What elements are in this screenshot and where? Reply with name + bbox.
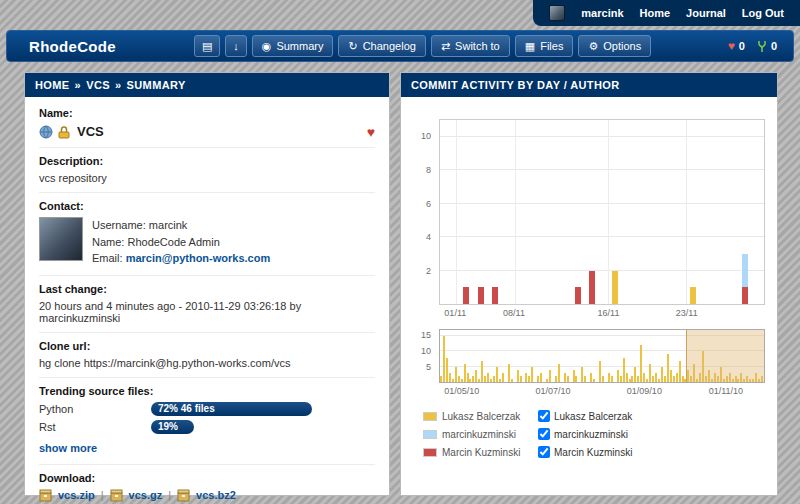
overview-chart-plot[interactable] <box>439 329 765 383</box>
changelog-icon: ↻ <box>348 41 357 52</box>
commit-activity-body: 246810 01/1108/1116/1123/11 51015 01/05/… <box>401 97 777 461</box>
last-change-text: 20 hours and 4 minutes ago - 2010-11-29 … <box>39 300 375 324</box>
user-avatar[interactable] <box>549 5 565 21</box>
archive-icon <box>110 489 123 502</box>
trend-name: Python <box>39 403 151 415</box>
legend-label: marcinkuzminski <box>442 429 538 440</box>
trending-label: Trending source files: <box>39 385 375 397</box>
repo-page-button[interactable]: ▤ <box>194 35 220 57</box>
main-chart-ylabels: 246810 <box>411 119 435 305</box>
files-button[interactable]: ▦ Files <box>515 35 574 57</box>
switch-icon: ⇄ <box>441 41 450 52</box>
switch-to-button[interactable]: ⇄ Switch to <box>431 35 510 57</box>
brand-logo[interactable]: RhodeCode <box>29 38 116 55</box>
commit-activity-panel: COMMIT ACTIVITY BY DAY / AUTHOR 246810 0… <box>400 72 778 496</box>
unlock-icon <box>58 125 70 139</box>
files-icon: ▦ <box>525 41 535 52</box>
separator: | <box>101 489 104 501</box>
journal-link[interactable]: Journal <box>686 7 726 19</box>
download-bz2-link[interactable]: vcs.bz2 <box>196 489 236 501</box>
trend-bar-rst: 19% <box>151 420 194 434</box>
fork-icon <box>757 40 767 53</box>
overview-chart-xlabels: 01/05/1001/07/1001/09/1001/11/10 <box>439 383 765 397</box>
contact-name: Name: RhodeCode Admin <box>92 234 270 251</box>
breadcrumb-repo[interactable]: VCS <box>86 79 110 91</box>
contact-username: Username: marcink <box>92 217 270 234</box>
legend-swatch <box>423 412 437 421</box>
description-text: vcs repository <box>39 172 375 184</box>
files-label: Files <box>540 40 563 52</box>
legend-label: Marcin Kuzminski <box>442 447 538 458</box>
logout-link[interactable]: Log Out <box>742 7 784 19</box>
breadcrumb-section: SUMMARY <box>127 79 186 91</box>
separator: | <box>168 489 171 501</box>
breadcrumb-separator: » <box>115 79 122 91</box>
legend-checkbox[interactable] <box>538 446 550 458</box>
options-icon: ⚙ <box>588 41 598 52</box>
main-chart-plot[interactable] <box>439 119 765 305</box>
forks-counter[interactable]: 0 <box>757 40 777 53</box>
overview-chart: 51015 01/05/1001/07/1001/09/1001/11/10 <box>439 329 765 397</box>
username-link[interactable]: marcink <box>581 7 623 19</box>
home-link[interactable]: Home <box>640 7 671 19</box>
main-chart-xlabels: 01/1108/1116/1123/11 <box>439 305 765 319</box>
legend-swatch <box>423 430 437 439</box>
download-label: Download: <box>39 472 375 484</box>
switch-to-label: Switch to <box>455 40 500 52</box>
repo-counters: ♥ 0 0 <box>728 40 777 53</box>
forks-count: 0 <box>771 40 777 52</box>
contact-section: Contact: Username: marcink Name: RhodeCo… <box>39 193 375 276</box>
changelog-button[interactable]: ↻ Changelog <box>338 35 425 57</box>
description-label: Description: <box>39 155 375 167</box>
clone-url-section: Clone url: hg clone https://marcink@hg.p… <box>39 333 375 378</box>
chart-legend: Lukasz Balcerzak Lukasz Balcerzak marcin… <box>423 407 767 461</box>
followers-counter[interactable]: ♥ 0 <box>728 40 745 52</box>
legend-checkbox[interactable] <box>538 428 550 440</box>
archive-icon <box>39 489 52 502</box>
download-gz-link[interactable]: vcs.gz <box>129 489 163 501</box>
commit-activity-title: COMMIT ACTIVITY BY DAY / AUTHOR <box>401 73 777 97</box>
trend-row-rst: Rst 19% <box>39 420 375 434</box>
legend-row: marcinkuzminski marcinkuzminski <box>423 425 767 443</box>
trending-section: Trending source files: Python 72% 46 fil… <box>39 378 375 465</box>
archive-icon <box>177 489 190 502</box>
user-menu-bar: marcink Home Journal Log Out <box>533 0 800 26</box>
trend-name: Rst <box>39 421 151 433</box>
options-button[interactable]: ⚙ Options <box>578 35 651 57</box>
summary-icon: ◉ <box>262 41 272 52</box>
trend-row-python: Python 72% 46 files <box>39 402 375 416</box>
repo-type-icon <box>39 125 53 139</box>
clone-url-text: hg clone https://marcink@hg.python-works… <box>39 357 375 369</box>
description-section: Description: vcs repository <box>39 148 375 193</box>
follow-heart-icon[interactable]: ♥ <box>367 125 375 139</box>
summary-body: Name: VCS ♥ Description: vcs repository … <box>25 97 389 504</box>
heart-icon: ♥ <box>728 40 735 52</box>
last-change-label: Last change: <box>39 283 375 295</box>
show-more-link[interactable]: show more <box>39 442 97 454</box>
legend-checkbox-label: Lukasz Balcerzak <box>554 411 632 422</box>
breadcrumb-home[interactable]: HOME <box>35 79 70 91</box>
download-zip-link[interactable]: vcs.zip <box>58 489 95 501</box>
breadcrumb: HOME » VCS » SUMMARY <box>25 73 389 97</box>
commit-activity-title-text: COMMIT ACTIVITY BY DAY / AUTHOR <box>411 79 620 91</box>
trend-bar-python: 72% 46 files <box>151 402 312 416</box>
overview-chart-ylabels: 51015 <box>411 329 435 383</box>
contact-email-label: Email: <box>92 252 123 264</box>
legend-checkbox[interactable] <box>538 410 550 422</box>
legend-row: Lukasz Balcerzak Lukasz Balcerzak <box>423 407 767 425</box>
download-button[interactable]: ↓ <box>225 35 247 57</box>
legend-row: Marcin Kuzminski Marcin Kuzminski <box>423 443 767 461</box>
summary-button[interactable]: ◉ Summary <box>252 35 334 57</box>
contact-email-link[interactable]: marcin@python-works.com <box>126 252 271 264</box>
last-change-section: Last change: 20 hours and 4 minutes ago … <box>39 276 375 333</box>
download-section: Download: vcs.zip | vcs.gz | vcs.bz2 <box>39 465 375 504</box>
summary-label: Summary <box>276 40 323 52</box>
page-icon: ▤ <box>202 41 212 52</box>
repo-name: VCS <box>77 124 104 139</box>
legend-label: Lukasz Balcerzak <box>442 411 538 422</box>
changelog-label: Changelog <box>363 40 416 52</box>
clone-url-label: Clone url: <box>39 340 375 352</box>
legend-swatch <box>423 448 437 457</box>
followers-count: 0 <box>739 40 745 52</box>
options-label: Options <box>603 40 641 52</box>
